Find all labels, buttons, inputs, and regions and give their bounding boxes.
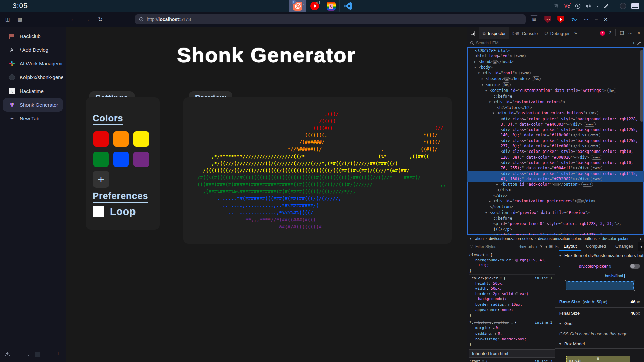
add-color-button[interactable]: + <box>93 171 109 188</box>
ellipsis-icon[interactable]: … <box>504 77 509 81</box>
expand-arrow-icon[interactable]: ▶ <box>474 59 479 65</box>
class-button[interactable]: .cls <box>528 245 534 249</box>
drag-handle-icon[interactable]: ∷ <box>482 359 484 362</box>
event-badge[interactable]: event <box>588 144 600 148</box>
markup-row[interactable]: <div class="color-picker" style="backgro… <box>467 171 644 182</box>
highlight-toggle[interactable] <box>630 264 640 269</box>
vencord-icon[interactable]: Vc <box>564 3 570 9</box>
event-badge[interactable]: event <box>581 182 593 187</box>
expand-arrow-icon[interactable]: ▶ <box>482 76 486 82</box>
stylesheet-link[interactable]: inline:1 <box>535 320 552 325</box>
color-swatch-icon[interactable] <box>515 259 518 262</box>
element-picker-icon[interactable] <box>467 27 479 39</box>
dock-icon[interactable]: ⇱ <box>555 244 559 249</box>
sidebar-item-new-tab[interactable]: +New Tab <box>3 112 63 125</box>
add-node-icon[interactable]: + <box>632 40 635 46</box>
forward-button[interactable]: → <box>84 16 90 23</box>
color-picker-ff8c00[interactable] <box>113 131 129 147</box>
flex-selected-element[interactable]: div.color-picker ⇅ <box>564 264 627 269</box>
sidebar-item-kolpixx-shonk-genera[interactable]: Kolpixx/shonk-genera <box>3 70 63 84</box>
markup-row[interactable]: ▶<head>…</head> <box>467 59 644 65</box>
css-declaration[interactable]: background-color: rgb(115, 41, 130); <box>469 258 555 268</box>
breadcrumb-item[interactable]: ation <box>474 236 485 241</box>
markup-row[interactable]: <div class="color-picker" style="backgro… <box>467 160 644 171</box>
css-declaration[interactable]: appearance: none; <box>469 307 555 313</box>
site-info-icon[interactable] <box>139 17 144 22</box>
url-bar[interactable]: http://localhost:5173 <box>135 14 526 24</box>
collapse-arrow-icon[interactable]: ▼ <box>489 100 493 105</box>
play-circle-icon[interactable] <box>575 3 581 9</box>
markup-row[interactable]: ▼<section id="preview" data-title="Previ… <box>467 210 644 216</box>
markup-row[interactable]: </div> <box>467 193 644 198</box>
menu-dots-icon[interactable]: ⋯ <box>583 16 589 22</box>
devtools-close-icon[interactable]: ✕ <box>637 30 641 36</box>
breadcrumb-scroll-right-icon[interactable]: › <box>637 236 644 241</box>
search-html-input[interactable] <box>476 41 628 45</box>
expand-arrow-icon[interactable]: ▶ <box>489 199 493 204</box>
flex-item-header[interactable]: ▼ Flex Item of div#customization-colors-… <box>555 251 644 260</box>
ellipsis-icon[interactable]: … <box>493 60 497 64</box>
sidebar-item-ai-work-management[interactable]: AI Work Management <box>3 57 63 70</box>
jump-to-definition-icon[interactable]: ↗≡ <box>501 297 502 302</box>
taskbar-youtube-music[interactable]: ♫❲ <box>306 0 323 12</box>
error-badge-icon[interactable]: ! <box>600 31 605 36</box>
markup-row[interactable]: <p id="preview-line-0" style="color: rgb… <box>467 221 644 232</box>
color-picker-ffed00[interactable] <box>133 131 150 147</box>
notifications-muted-icon[interactable] <box>554 3 559 9</box>
tab-changes[interactable]: Changes <box>611 242 638 251</box>
breadcrumb-item[interactable]: div#customization-colors-buttons <box>537 236 598 241</box>
markup-row[interactable]: <div class="color-picker" style="backgro… <box>467 149 644 160</box>
collapse-arrow-icon[interactable]: ▼ <box>478 71 482 76</box>
light-scheme-icon[interactable]: ☀ <box>540 244 543 249</box>
prev-chevron-icon[interactable]: ‹ <box>559 264 561 269</box>
stylesheet-link[interactable]: inline:3 <box>535 359 552 362</box>
markup-row[interactable]: ▼<div id="root">event <box>467 70 644 76</box>
print-sim-icon[interactable]: ▤ <box>549 244 553 249</box>
tabs-panel-icon[interactable]: ▩ <box>17 16 22 22</box>
color-picker-004cff[interactable] <box>113 151 129 168</box>
css-declaration[interactable]: border: 2px solid var(--background↗≡); <box>469 291 555 302</box>
extensions-grid-icon[interactable]: ▦ <box>530 15 538 23</box>
collapse-arrow-icon[interactable]: ▼ <box>474 65 479 70</box>
tab-debugger[interactable]: ⬡Debugger <box>541 27 573 39</box>
dark-scheme-icon[interactable]: ◑ <box>545 245 547 249</box>
pseudo-class-button[interactable]: :hov <box>519 245 526 249</box>
back-button[interactable]: ← <box>70 16 76 23</box>
flex-badge[interactable]: flex <box>607 88 616 93</box>
ellipsis-icon[interactable]: … <box>577 199 581 203</box>
reload-button[interactable]: ↻ <box>98 16 103 23</box>
volume-icon[interactable] <box>586 4 592 9</box>
collapse-arrow-icon[interactable]: ▼ <box>485 210 490 216</box>
event-badge[interactable]: event <box>514 54 526 58</box>
flex-badge[interactable]: flex <box>589 111 598 115</box>
drag-handle-icon[interactable]: ∷ <box>486 252 488 258</box>
markup-row[interactable]: </section> <box>467 204 644 209</box>
drag-handle-icon[interactable]: ∷ <box>500 276 502 281</box>
sidebar-item-hackclub[interactable]: Hackclub <box>3 29 63 43</box>
css-declaration[interactable]: width: 50px; <box>469 286 555 291</box>
taskbar-kolpixx[interactable]: C <box>323 0 339 12</box>
sidebar-item-hackatime[interactable]: ∿Hackatime <box>3 84 63 98</box>
sidebar-item--add-devlog[interactable]: / Add Devlog <box>3 43 63 57</box>
grid-section-header[interactable]: ▼ Grid <box>555 319 644 328</box>
markup-row[interactable]: <div class="color-picker" style="backgro… <box>467 116 644 127</box>
close-button[interactable]: ✕ <box>604 16 608 23</box>
color-picker-732982[interactable] <box>133 151 150 168</box>
markup-row[interactable]: <p id="preview-line-1" style="color: rgb… <box>467 232 644 235</box>
markup-row[interactable]: ▶<button id="add-color">…</button>event <box>467 182 644 187</box>
sidebar-item-shonk-generator[interactable]: Shonk Generator <box>3 98 63 112</box>
chevron-down-icon[interactable]: ▾ <box>597 4 598 8</box>
css-declaration[interactable]: height: 50px; <box>469 281 555 286</box>
tab-computed[interactable]: Computed <box>581 242 611 251</box>
collapse-arrow-icon[interactable]: ▼ <box>493 111 497 116</box>
breadcrumb-item[interactable]: div.color-picker <box>601 236 630 241</box>
stylesheet-link[interactable]: inline:1 <box>535 276 552 281</box>
taskbar-vscode[interactable] <box>339 0 356 12</box>
more-tabs-icon[interactable]: » <box>574 30 577 36</box>
event-badge[interactable]: event <box>588 133 600 137</box>
css-declaration[interactable]: box-sizing: border-box; <box>469 337 555 342</box>
margin-box[interactable]: margin 0 <box>566 356 630 362</box>
tab-inspector[interactable]: ⧉Inspector <box>479 27 509 39</box>
markup-row[interactable]: ▼<main>flex <box>467 82 644 88</box>
markup-row[interactable]: ▼<section id="customization" data-title=… <box>467 88 644 94</box>
